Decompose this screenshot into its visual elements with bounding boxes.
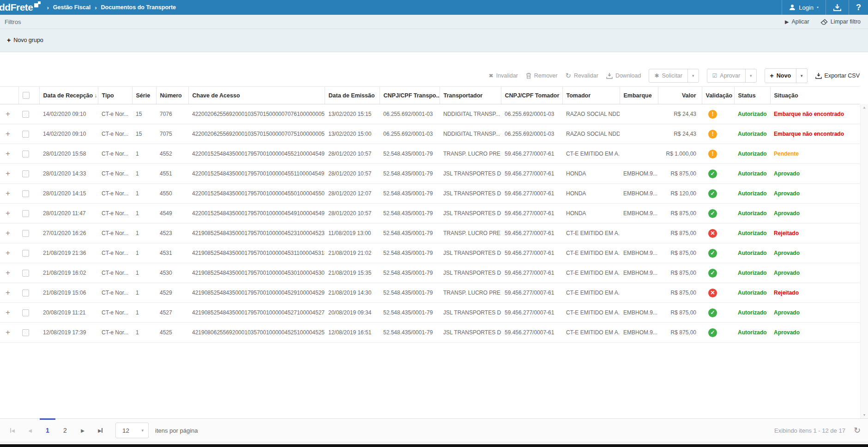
novo-button[interactable]: + Novo [765,69,796,83]
first-page-button[interactable]: ◀ [6,423,19,437]
expand-row-button[interactable]: + [4,129,10,138]
col-header-chave[interactable]: Chave de Acesso [188,87,325,104]
col-header-serie[interactable]: Série [132,87,156,104]
col-header-transportador[interactable]: Transportador [440,87,501,104]
expand-row-button[interactable]: + [4,308,10,317]
table-row[interactable]: +21/08/2019 16:02CT-e Nor...145304219085… [0,263,860,283]
row-checkbox[interactable] [22,270,29,277]
expand-row-button[interactable]: + [4,288,10,297]
col-header-cnpj_transportador[interactable]: CNPJ/CPF Transpo... [380,87,440,104]
aprovar-button[interactable]: ☑ Aprovar [707,69,746,82]
cell-text: 4220020625569200010357015000007075100000… [192,131,325,137]
validation-success-icon: ✓ [708,209,717,218]
scroll-down-icon[interactable]: ▼ [861,413,868,417]
table-row[interactable]: +28/01/2020 11:47CT-e Nor...145494220015… [0,204,860,224]
refresh-button[interactable]: ↻ [854,425,861,435]
cell-expand: + [0,124,18,144]
table-row[interactable]: +14/02/2020 09:10CT-e Nor...157076422002… [0,104,860,124]
row-checkbox[interactable] [22,329,29,336]
row-checkbox[interactable] [22,250,29,257]
exportar-csv-button[interactable]: Exportar CSV [815,72,860,79]
table-row[interactable]: +27/01/2020 16:26CT-e Nor...145234219085… [0,224,860,243]
table-row[interactable]: +12/08/2019 17:39CT-e Nor...145254219080… [0,323,860,343]
expand-row-button[interactable]: + [4,229,10,237]
app-logo[interactable]: ddFrete [0,0,41,14]
page-2-button[interactable]: 2 [58,423,72,437]
breadcrumb-gestao-fiscal[interactable]: Gestão Fiscal [53,4,90,11]
col-header-check[interactable] [18,87,39,104]
status-badge: Autorizado [738,309,767,316]
login-menu[interactable]: Login ▾ [782,0,826,15]
col-header-validacao[interactable]: Validação [702,87,734,104]
col-label: Data de Recepção [43,92,93,99]
col-header-status[interactable]: Status [734,87,770,104]
expand-row-button[interactable]: + [4,169,10,178]
col-header-tipo[interactable]: Tipo [98,87,132,104]
cell-text: 4552 [160,151,172,157]
next-page-button[interactable]: ▶ [76,423,90,437]
breadcrumb-documentos-do-transporte[interactable]: Documentos do Transporte [101,4,176,11]
cell-text: 4220015254843500017957001000004551100004… [192,170,325,177]
apply-filter-button[interactable]: ▶ Aplicar [785,18,809,25]
vertical-scrollbar[interactable]: ▲ ▼ [860,104,868,418]
col-header-recepcao[interactable]: Data de Recepção↓ [39,87,98,104]
row-checkbox[interactable] [22,290,29,296]
select-all-checkbox[interactable] [23,92,30,99]
table-row[interactable]: +14/02/2020 09:10CT-e Nor...157075422002… [0,124,860,144]
new-group-button[interactable]: + Novo grupo [7,36,43,44]
last-page-button[interactable]: ▶ [93,423,107,437]
row-checkbox[interactable] [22,210,29,217]
col-header-emissao[interactable]: Data de Emissão [325,87,380,104]
table-row[interactable]: +28/01/2020 15:58CT-e Nor...145524220015… [0,144,860,164]
cell-text: 21/08/2019 15:35 [328,270,371,276]
previous-page-button[interactable]: ◀ [23,423,37,437]
expand-row-button[interactable]: + [4,109,10,118]
table-row[interactable]: +21/08/2019 21:36CT-e Nor...145314219085… [0,243,860,263]
cell-situacao: Aprovado [770,263,860,283]
help-button[interactable]: ? [849,0,868,15]
aprovar-dropdown-button[interactable]: ▾ [745,69,756,82]
col-header-tomador[interactable]: Tomador [562,87,620,104]
expand-row-button[interactable]: + [4,149,10,158]
expand-row-button[interactable]: + [4,328,10,337]
cell-text: 28/01/2020 12:07 [328,190,371,197]
table-row[interactable]: +21/08/2019 15:06CT-e Nor...145294219085… [0,283,860,303]
row-checkbox[interactable] [22,131,29,138]
cell-chave: 4220020625569200010357015000007076100000… [188,104,325,124]
cell-tipo: CT-e Nor... [98,204,132,224]
col-header-situacao[interactable]: Situação [770,87,860,104]
clear-filter-button[interactable]: Limpar filtro [820,18,861,25]
expand-row-button[interactable]: + [4,248,10,257]
novo-dropdown-button[interactable]: ▾ [796,69,807,83]
download-button[interactable] [826,0,849,15]
row-checkbox[interactable] [22,230,29,237]
col-header-valor[interactable]: Valor [658,87,702,104]
expand-row-button[interactable]: + [4,189,10,198]
row-checkbox[interactable] [22,111,29,118]
solicitar-button[interactable]: ✱ Solicitar [649,69,687,82]
invalidar-button[interactable]: ✖ Invalidar [488,72,518,79]
row-checkbox[interactable] [22,309,29,316]
col-label: Status [738,92,756,99]
page-1-button[interactable]: 1 [41,423,54,437]
row-checkbox[interactable] [22,190,29,197]
revalidar-button[interactable]: ↻ Revalidar [565,72,598,80]
expand-row-button[interactable]: + [4,268,10,277]
table-row[interactable]: +28/01/2020 14:15CT-e Nor...145504220015… [0,184,860,204]
cell-text: CT-e Nor... [102,309,128,316]
download-row-button[interactable]: Download [606,72,641,79]
solicitar-dropdown-button[interactable]: ▾ [687,69,699,82]
cell-text: EMBHOM.9... [623,170,657,177]
table-row[interactable]: +28/01/2020 14:33CT-e Nor...145514220015… [0,164,860,184]
col-header-cnpj_tomador[interactable]: CNPJ/CPF Tomador [501,87,562,104]
row-checkbox[interactable] [22,170,29,177]
col-header-embarque[interactable]: Embarque [620,87,658,104]
expand-row-button[interactable]: + [4,209,10,217]
page-size-select[interactable]: 12 ▾ [115,423,149,438]
table-row[interactable]: +20/08/2019 11:21CT-e Nor...145274219085… [0,303,860,323]
row-checkbox[interactable] [22,151,29,157]
cell-text: EMBHOM.9... [623,309,657,316]
col-header-numero[interactable]: Número [156,87,188,104]
remover-button[interactable]: Remover [526,72,558,79]
scroll-up-icon[interactable]: ▲ [861,106,868,109]
